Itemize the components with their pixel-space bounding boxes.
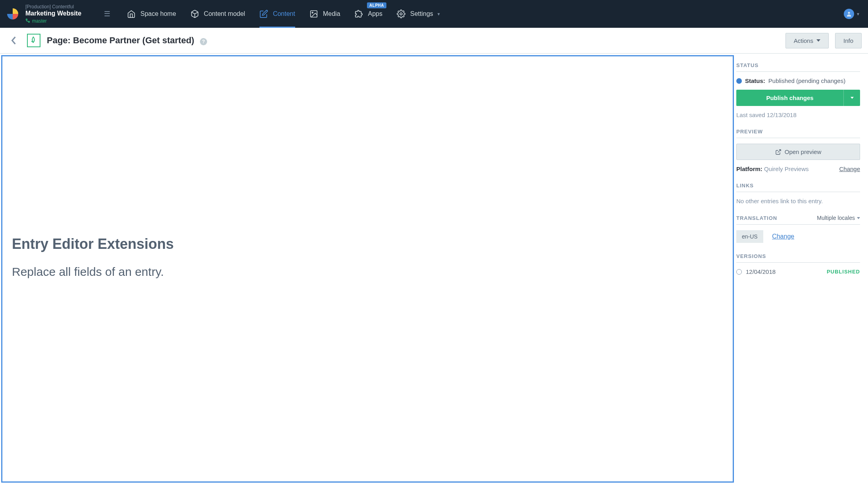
help-icon[interactable]: ? xyxy=(200,38,207,45)
contentful-logo-icon xyxy=(7,8,18,19)
publish-changes-button[interactable]: Publish changes xyxy=(736,90,843,106)
page-title: Page: Become Partner (Get started) ? xyxy=(47,35,207,46)
entry-editor-extension-frame: Entry Editor Extensions Replace all fiel… xyxy=(1,55,734,483)
platform-key: Platform: xyxy=(736,166,762,172)
publish-group: Publish changes xyxy=(736,90,860,106)
space-switcher[interactable]: [Production] Contentful Marketing Websit… xyxy=(0,4,115,24)
nav-media[interactable]: Media xyxy=(309,0,340,28)
platform-line: Platform: Quirely Previews Change xyxy=(736,166,860,172)
info-button[interactable]: Info xyxy=(835,33,862,48)
nav-settings[interactable]: Settings ▼ xyxy=(397,0,441,28)
extension-subtitle: Replace all fields of an entry. xyxy=(12,265,723,279)
open-preview-button[interactable]: Open preview xyxy=(736,144,860,160)
version-row[interactable]: 12/04/2018 PUBLISHED xyxy=(736,268,860,275)
status-value: Published (pending changes) xyxy=(768,77,845,84)
status-line: Status: Published (pending changes) xyxy=(736,77,860,84)
workspace: Entry Editor Extensions Replace all fiel… xyxy=(0,54,868,485)
puzzle-icon xyxy=(355,10,363,18)
chevron-down-icon xyxy=(816,39,820,42)
nav-label: Content xyxy=(273,10,295,17)
version-date: 12/04/2018 xyxy=(746,268,776,275)
branch-indicator: master xyxy=(25,18,99,24)
locales-label: Multiple locales xyxy=(817,215,855,221)
back-button[interactable] xyxy=(6,33,21,48)
locales-dropdown[interactable]: Multiple locales xyxy=(817,215,860,221)
status-section: STATUS Status: Published (pending change… xyxy=(736,62,860,118)
info-label: Info xyxy=(843,37,853,44)
entry-header: Page: Become Partner (Get started) ? Act… xyxy=(0,28,868,54)
versions-heading: VERSIONS xyxy=(736,253,860,263)
versions-section: VERSIONS 12/04/2018 PUBLISHED xyxy=(736,253,860,275)
preview-section: PREVIEW Open preview Platform: Quirely P… xyxy=(736,129,860,172)
nav-label: Media xyxy=(323,10,340,17)
home-icon xyxy=(127,10,136,18)
change-locale-link[interactable]: Change xyxy=(772,233,794,240)
svg-point-1 xyxy=(29,21,30,22)
entry-sidebar: STATUS Status: Published (pending change… xyxy=(736,54,868,485)
chevron-down-icon: ▼ xyxy=(437,12,441,16)
translation-heading-row: TRANSLATION Multiple locales xyxy=(736,215,860,225)
edit-icon xyxy=(259,10,268,18)
open-preview-label: Open preview xyxy=(785,148,822,155)
branch-icon xyxy=(25,18,30,24)
external-link-icon xyxy=(775,149,782,155)
version-badge: PUBLISHED xyxy=(827,269,860,275)
platform-value: Quirely Previews xyxy=(764,166,809,172)
nav-content-model[interactable]: Content model xyxy=(190,0,245,28)
space-info: [Production] Contentful Marketing Websit… xyxy=(25,4,99,24)
svg-point-4 xyxy=(400,13,402,15)
publish-dropdown-button[interactable] xyxy=(843,90,860,106)
svg-point-5 xyxy=(848,12,850,14)
page-type-icon xyxy=(27,34,40,47)
top-navigation: [Production] Contentful Marketing Websit… xyxy=(0,0,868,28)
nav-label: Settings xyxy=(410,10,433,17)
gear-icon xyxy=(397,10,405,18)
nav-label: Content model xyxy=(204,10,245,17)
main-nav: Space home Content model Content Media A… xyxy=(115,0,844,28)
actions-dropdown[interactable]: Actions xyxy=(785,33,829,48)
actions-label: Actions xyxy=(794,37,813,44)
branch-name: master xyxy=(32,18,47,24)
user-avatar-icon xyxy=(844,9,854,19)
nav-content[interactable]: Content xyxy=(259,0,295,28)
nav-label: Apps xyxy=(368,10,382,17)
svg-point-0 xyxy=(26,19,27,20)
preview-heading: PREVIEW xyxy=(736,129,860,138)
svg-point-3 xyxy=(312,12,313,13)
extension-title: Entry Editor Extensions xyxy=(12,236,723,252)
radio-icon[interactable] xyxy=(736,269,742,275)
user-menu[interactable]: ▼ xyxy=(844,9,868,19)
status-heading: STATUS xyxy=(736,62,860,72)
nav-space-home[interactable]: Space home xyxy=(127,0,176,28)
status-key: Status: xyxy=(745,77,765,84)
page-title-text: Page: Become Partner (Get started) xyxy=(47,35,194,45)
links-empty: No other entries link to this entry. xyxy=(736,198,860,204)
org-label: [Production] Contentful xyxy=(25,4,99,10)
links-section: LINKS No other entries link to this entr… xyxy=(736,183,860,204)
locale-row: en-US Change xyxy=(736,230,860,243)
locale-chip: en-US xyxy=(736,230,763,243)
chevron-down-icon xyxy=(857,217,860,219)
chevron-down-icon xyxy=(851,97,854,99)
last-saved: Last saved 12/13/2018 xyxy=(736,112,860,118)
hamburger-menu-icon[interactable]: ☰ xyxy=(99,10,115,18)
space-name: Marketing Website xyxy=(25,10,99,17)
cube-icon xyxy=(190,10,199,18)
translation-heading: TRANSLATION xyxy=(736,215,777,221)
image-icon xyxy=(309,10,318,18)
chevron-down-icon: ▼ xyxy=(856,12,860,16)
alpha-badge: ALPHA xyxy=(367,2,386,8)
change-platform-link[interactable]: Change xyxy=(839,166,860,172)
links-heading: LINKS xyxy=(736,183,860,192)
nav-label: Space home xyxy=(140,10,176,17)
nav-apps[interactable]: ALPHA Apps xyxy=(355,0,382,28)
translation-section: TRANSLATION Multiple locales en-US Chang… xyxy=(736,215,860,243)
status-dot-icon xyxy=(736,78,742,84)
